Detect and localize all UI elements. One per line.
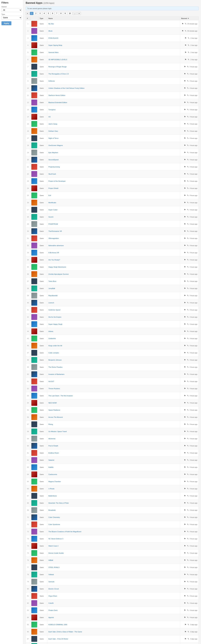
flag-icon[interactable]: ⚑ — [184, 280, 186, 282]
app-name-link[interactable]: Broadside — [48, 509, 56, 511]
flag-icon[interactable]: ⚑ — [184, 158, 186, 161]
flag-icon[interactable]: ⚑ — [184, 287, 186, 290]
edit-icon[interactable]: ✎ — [187, 588, 189, 590]
edit-icon[interactable]: ✎ — [187, 538, 189, 540]
app-name-link[interactable]: Orgun Bram — [48, 595, 57, 597]
flag-icon[interactable]: ⚑ — [184, 94, 186, 96]
edit-icon[interactable]: ✎ — [187, 459, 189, 461]
edit-icon[interactable]: ✎ — [187, 502, 189, 504]
edit-icon[interactable]: ✎ — [187, 166, 189, 168]
edit-icon[interactable]: ✎ — [187, 480, 189, 483]
flag-icon[interactable]: ⚑ — [184, 323, 186, 325]
app-name-link[interactable]: The Bizarre Creations of Keith the Magni… — [48, 531, 81, 532]
app-name-link[interactable]: Electric Circuit — [48, 588, 59, 590]
edit-icon[interactable]: ✎ — [187, 101, 189, 104]
flag-icon[interactable]: ⚑ — [181, 22, 184, 25]
flag-icon[interactable]: ⚑ — [184, 344, 186, 347]
edit-icon[interactable]: ✎ — [187, 573, 189, 576]
app-name-link[interactable]: Pool of Death — [48, 445, 58, 447]
edit-icon[interactable]: ✎ — [187, 416, 189, 418]
edit-icon[interactable]: ✎ — [187, 330, 189, 332]
edit-icon[interactable]: ✎ — [187, 359, 189, 361]
app-name-link[interactable]: BattleStone — [48, 495, 57, 497]
app-name-link[interactable]: Satanist — [48, 459, 54, 461]
edit-icon[interactable]: ✎ — [187, 44, 190, 46]
col-header-banned[interactable]: Banned ▼ — [180, 17, 199, 20]
flag-icon[interactable]: ⚑ — [184, 588, 186, 590]
app-name-link[interactable]: Repulbandid — [48, 295, 57, 296]
edit-icon[interactable]: ✎ — [187, 137, 189, 140]
flag-icon[interactable]: ⚑ — [184, 580, 186, 583]
edit-icon[interactable]: ✎ — [187, 266, 189, 268]
app-name-link[interactable]: Blackout Extended Edition — [48, 102, 67, 103]
app-name-link[interactable]: Super Happy Singh — [48, 323, 62, 325]
edit-icon[interactable]: ✎ — [187, 373, 189, 376]
next-page-btn[interactable]: ... — [73, 12, 77, 15]
app-name-link[interactable]: Samudo — [48, 581, 54, 582]
edit-icon[interactable]: ✎ — [184, 22, 187, 25]
edit-icon[interactable]: ✎ — [187, 230, 189, 232]
edit-icon[interactable]: ✎ — [187, 259, 189, 261]
edit-icon[interactable]: ✎ — [187, 602, 189, 604]
app-name-link[interactable]: Across The Moment — [48, 416, 63, 418]
app-name-link[interactable]: Cardscornio — [48, 474, 57, 475]
flag-icon[interactable]: ⚑ — [184, 123, 186, 125]
flag-icon[interactable]: ⚑ — [184, 488, 186, 490]
edit-icon[interactable]: ✎ — [187, 280, 189, 282]
flag-icon[interactable]: ⚑ — [184, 230, 186, 232]
app-name-link[interactable]: Goldmine Speed — [48, 309, 60, 311]
flag-icon[interactable]: ⚑ — [184, 402, 186, 404]
flag-icon[interactable]: ⚑ — [184, 87, 186, 89]
flag-icon[interactable]: ⚑ — [184, 523, 186, 526]
edit-icon[interactable]: ✎ — [187, 488, 189, 490]
flag-icon[interactable]: ⚑ — [184, 108, 186, 111]
app-name-link[interactable]: My War — [48, 23, 54, 25]
edit-icon[interactable]: ✎ — [187, 244, 189, 247]
owned-select[interactable]: All — [1, 8, 22, 12]
edit-icon[interactable]: ✎ — [187, 208, 189, 211]
edit-icon[interactable]: ✎ — [187, 252, 189, 254]
app-name-link[interactable]: Jack's Gang — [48, 123, 57, 125]
flag-icon[interactable]: ⚑ — [184, 309, 186, 311]
app-name-link[interactable]: Are You Ready? — [48, 259, 60, 261]
last-page-btn[interactable]: » — [77, 12, 81, 15]
edit-icon[interactable]: ✎ — [187, 430, 189, 433]
flag-icon[interactable]: ⚑ — [184, 73, 186, 75]
app-name-link[interactable]: Night of Terror — [48, 137, 59, 139]
flag-icon[interactable]: ⚑ — [184, 473, 186, 476]
edit-icon[interactable]: ✎ — [187, 402, 189, 404]
app-name-link[interactable]: Linench — [48, 302, 54, 304]
edit-icon[interactable]: ✎ — [187, 73, 189, 75]
flag-icon[interactable]: ⚑ — [184, 509, 186, 511]
app-name-link[interactable]: JumpBall — [48, 288, 55, 289]
flag-icon[interactable]: ⚑ — [184, 638, 187, 640]
flag-icon[interactable]: ⚑ — [184, 459, 186, 461]
app-name-link[interactable]: Invasion of Barbarians — [48, 374, 64, 375]
edit-icon[interactable]: ✎ — [187, 323, 189, 325]
edit-icon[interactable]: ✎ — [187, 495, 189, 497]
flag-icon[interactable]: ⚑ — [184, 266, 186, 268]
app-name-link[interactable]: Watch Case 2 — [48, 545, 58, 547]
app-name-link[interactable]: Mortificatio — [48, 202, 56, 204]
app-name-link[interactable]: Demon Inside Hustler — [48, 552, 64, 554]
app-name-link[interactable]: H3 — [48, 116, 50, 118]
flag-icon[interactable]: ⚑ — [184, 244, 186, 247]
page-8-btn[interactable]: 8 — [59, 12, 63, 15]
edit-icon[interactable]: ✎ — [187, 452, 189, 454]
flag-icon[interactable]: ⚑ — [184, 388, 186, 390]
app-name-link[interactable]: Project of the Developer — [48, 180, 66, 182]
app-name-link[interactable]: Artana — [48, 330, 53, 332]
app-name-link[interactable]: 3D IMPOSSIBLE LEVELS — [48, 59, 67, 60]
edit-icon[interactable]: ✎ — [187, 94, 189, 96]
app-name-link[interactable]: Happy Singh Adventures — [48, 266, 66, 268]
col-header-name sortable[interactable]: Name — [47, 17, 180, 20]
app-name-link[interactable]: Goldenfire — [48, 338, 56, 339]
app-name-link[interactable]: Cubic complex — [48, 352, 59, 354]
edit-icon[interactable]: ✎ — [187, 58, 190, 61]
edit-icon[interactable]: ✎ — [187, 202, 189, 204]
edit-icon[interactable]: ✎ — [187, 388, 189, 390]
app-name-link[interactable]: Epic Mayhem — [48, 152, 58, 154]
edit-icon[interactable]: ✎ — [187, 438, 189, 440]
flag-icon[interactable]: ⚑ — [184, 316, 186, 318]
edit-icon[interactable]: ✎ — [187, 530, 189, 533]
